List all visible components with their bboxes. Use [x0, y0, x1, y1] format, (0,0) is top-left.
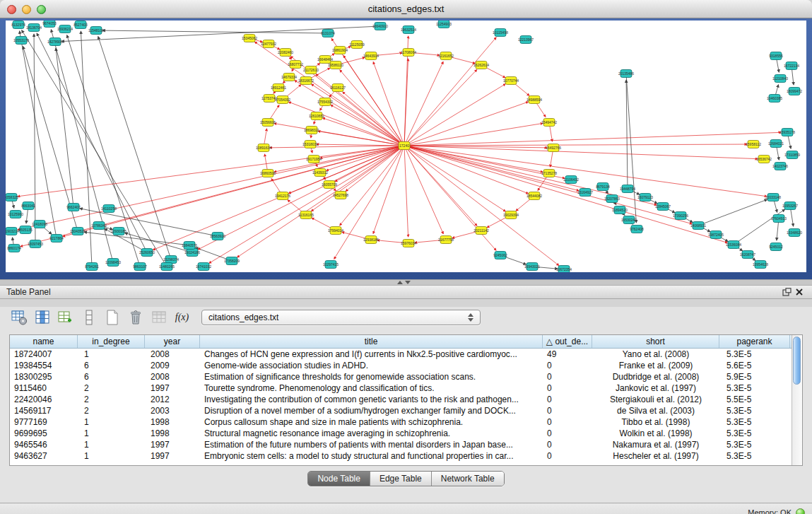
network-node[interactable]: 8794261: [85, 263, 99, 271]
table-row[interactable]: 946362711997Embryonic stem cells: a mode…: [10, 450, 792, 462]
table-cell[interactable]: 0: [543, 406, 592, 416]
table-cell[interactable]: Hescheler et al. (1997): [592, 451, 719, 461]
table-options-button[interactable]: [9, 308, 28, 327]
network-node[interactable]: 12938186: [363, 236, 379, 244]
network-edge[interactable]: [404, 146, 408, 237]
table-row[interactable]: 2242004622012Investigating the contribut…: [10, 394, 792, 405]
edit-table-button[interactable]: [56, 308, 75, 327]
network-edge[interactable]: [404, 132, 781, 146]
network-node[interactable]: 20211142: [473, 227, 489, 235]
table-cell[interactable]: Genome-wide association studies in ADHD.: [200, 361, 543, 370]
network-node[interactable]: 10460385: [767, 95, 782, 103]
row-height-button[interactable]: [79, 308, 98, 327]
network-edge[interactable]: [323, 118, 404, 146]
network-edge[interactable]: [317, 144, 404, 146]
table-cell[interactable]: 0: [543, 361, 592, 370]
table-cell[interactable]: 1997: [145, 440, 200, 450]
network-node[interactable]: 8132974: [11, 21, 25, 29]
network-node[interactable]: 9662407: [66, 204, 81, 211]
network-node[interactable]: 14278906: [47, 38, 63, 46]
network-node[interactable]: 11439312: [312, 169, 328, 177]
table-cell[interactable]: 2: [78, 395, 145, 404]
network-node[interactable]: 17604913: [771, 215, 787, 223]
table-cell[interactable]: 1997: [145, 383, 200, 393]
network-node[interactable]: 14679334: [281, 74, 297, 81]
network-node[interactable]: 19872405: [708, 231, 724, 239]
network-node[interactable]: 16492766: [546, 144, 561, 152]
table-cell[interactable]: 1: [78, 451, 145, 461]
network-node[interactable]: 16055709: [322, 181, 337, 189]
network-node[interactable]: 12845067: [655, 203, 671, 211]
network-node[interactable]: 15298374: [163, 256, 179, 264]
network-node[interactable]: 18099472: [787, 88, 802, 95]
network-node[interactable]: 12418098: [32, 221, 47, 228]
network-node[interactable]: 8527403: [73, 21, 88, 29]
network-node[interactable]: 14988594: [526, 96, 542, 104]
network-node[interactable]: 8663041: [21, 202, 35, 210]
table-cell[interactable]: 1: [78, 440, 145, 450]
table-cell[interactable]: Estimation of the future numbers of pati…: [200, 440, 543, 450]
network-edge[interactable]: [102, 30, 328, 33]
create-table-button[interactable]: [102, 308, 122, 327]
network-node[interactable]: 13840576: [182, 242, 197, 250]
network-node[interactable]: 16936214: [57, 25, 73, 33]
network-node[interactable]: 17135278: [541, 170, 557, 177]
network-node[interactable]: 14643914: [363, 52, 379, 60]
table-row[interactable]: 1830029562008Estimation of significance …: [10, 371, 792, 382]
table-cell[interactable]: Franke et al. (2009): [592, 361, 719, 370]
network-node[interactable]: 16530241: [621, 216, 637, 224]
splitter-handle-icon[interactable]: [397, 281, 411, 284]
minimize-window-button[interactable]: [22, 5, 31, 14]
network-node[interactable]: 14023746: [772, 163, 788, 170]
network-edge[interactable]: [404, 146, 443, 234]
network-node[interactable]: 16262614: [473, 62, 489, 69]
network-node[interactable]: 16116127: [330, 84, 346, 92]
table-cell[interactable]: 2: [78, 383, 145, 393]
network-node[interactable]: 14110258: [101, 205, 117, 213]
network-edge[interactable]: [312, 84, 404, 146]
network-node[interactable]: 9505135: [18, 226, 33, 234]
network-node[interactable]: 9245012: [769, 243, 783, 251]
table-cell[interactable]: 5.3E-5: [719, 406, 790, 416]
network-node[interactable]: 12930185: [111, 228, 126, 235]
network-node[interactable]: 18912461: [271, 84, 286, 92]
tab-network-table[interactable]: Network Table: [432, 472, 504, 486]
table-cell[interactable]: Embryonic stem cells: a model to study s…: [200, 451, 543, 461]
panel-splitter[interactable]: [0, 279, 812, 286]
table-cell[interactable]: 5.6E-5: [719, 361, 790, 370]
network-edge[interactable]: [22, 30, 167, 267]
table-cell[interactable]: Changes of HCN gene expression and I(f) …: [200, 349, 543, 359]
network-node[interactable]: 11254903: [436, 21, 452, 28]
network-node[interactable]: 18136704: [26, 24, 42, 32]
column-header-3[interactable]: title: [200, 335, 543, 348]
network-edge[interactable]: [198, 146, 404, 250]
network-node[interactable]: 11894520: [612, 206, 628, 214]
network-node[interactable]: 16648464: [317, 56, 333, 64]
table-cell[interactable]: Tibbo et al. (1998): [592, 417, 719, 427]
network-graph[interactable]: 1724011708064121616521626261410770744149…: [6, 21, 806, 272]
close-panel-button[interactable]: [793, 287, 806, 298]
table-row[interactable]: 946554611997Estimation of the future num…: [10, 439, 792, 450]
network-edge[interactable]: [18, 146, 404, 197]
table-cell[interactable]: 49: [543, 349, 592, 359]
network-node[interactable]: 13954628: [753, 261, 768, 269]
table-cell[interactable]: Stergiakouli et al. (2012): [592, 395, 719, 404]
network-node[interactable]: 11708064: [401, 49, 416, 57]
network-edge[interactable]: [404, 146, 692, 224]
network-node[interactable]: 12098453: [105, 259, 121, 267]
table-cell[interactable]: 9465546: [10, 440, 78, 450]
table-row[interactable]: 977716911998Corpus callosum shape and si…: [10, 416, 792, 428]
table-cell[interactable]: Yano et al. (2008): [592, 349, 719, 359]
window-titlebar[interactable]: citations_edges.txt: [0, 0, 812, 18]
network-node[interactable]: 22033148: [765, 194, 781, 201]
table-cell[interactable]: 2012: [145, 395, 200, 404]
scrollbar-thumb[interactable]: [793, 337, 801, 385]
table-cell[interactable]: Estimation of significance thresholds fo…: [200, 372, 543, 382]
network-node[interactable]: 10891634: [256, 144, 271, 152]
network-node[interactable]: 20135486: [618, 70, 634, 78]
table-cell[interactable]: Structural magnetic resonance image aver…: [200, 428, 543, 438]
column-header-6[interactable]: pagerank: [719, 335, 790, 348]
table-cell[interactable]: 5.5E-5: [719, 395, 790, 404]
network-node[interactable]: 12477932: [261, 40, 276, 48]
network-node[interactable]: 21677758: [438, 236, 454, 244]
